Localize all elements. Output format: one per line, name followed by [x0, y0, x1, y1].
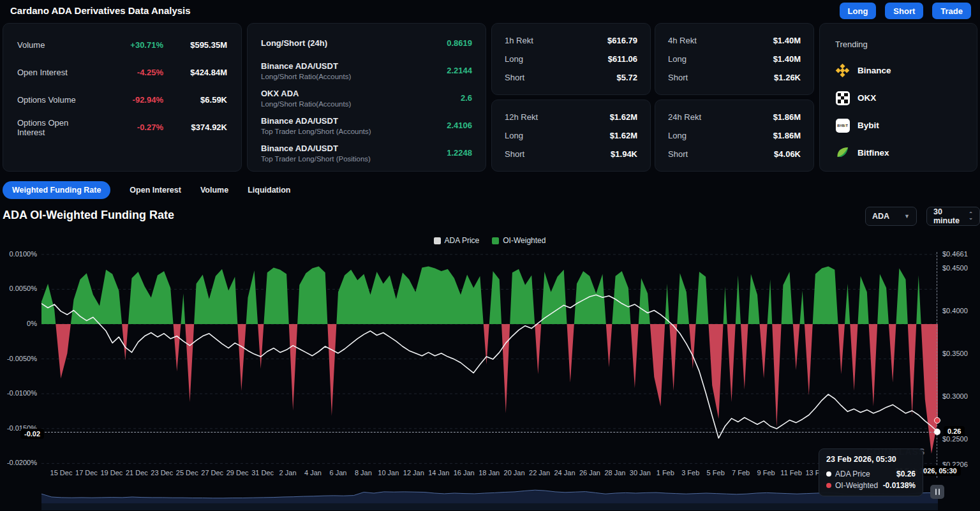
x-axis-tick: 1 Feb: [657, 469, 674, 477]
ratio-label: Long/Short (24h): [261, 38, 447, 48]
x-axis-tick: 9 Feb: [757, 469, 775, 477]
rekt-short-value: $4.06K: [774, 149, 801, 159]
rekt-short-label: Short: [505, 149, 524, 159]
tab-volume[interactable]: Volume: [200, 181, 228, 199]
navigator-scrollbar[interactable]: [41, 503, 938, 510]
rekt-long-row: Long$611.06: [505, 54, 637, 64]
tooltip-series-dot: [826, 471, 831, 477]
tooltip-row: OI-Weighted-0.0138%: [826, 481, 916, 490]
navigator-right-handle[interactable]: [930, 485, 944, 499]
trending-items: BinanceOKXBYBITBybitBitfinex: [835, 57, 961, 167]
rekt-long-value: $1.62M: [610, 131, 637, 140]
right-axis-tick: $0.4500: [942, 264, 968, 272]
legend-item-oi-weighted[interactable]: OI-Weighted: [492, 236, 546, 245]
header-button-trade[interactable]: Trade: [932, 3, 971, 19]
trending-item-okx[interactable]: OKX: [835, 84, 961, 112]
stats-value: $424.84M: [163, 68, 227, 77]
stats-row: Options Volume-92.94%$6.59K: [17, 86, 227, 114]
chart-navigator[interactable]: [41, 480, 938, 503]
exchange-name: Binance: [858, 66, 891, 75]
rekt-total: $1.40M: [773, 36, 801, 45]
stats-label: Options Volume: [17, 95, 97, 105]
rekt-short-row: Short$1.26K: [668, 73, 801, 82]
x-axis-tick: 21 Dec: [126, 469, 148, 477]
tooltip-series-dot: [826, 483, 831, 488]
interval-select[interactable]: 30 minute ⌃⌄: [926, 207, 980, 226]
rekt-long-row: Long$1.86M: [668, 131, 801, 140]
chart-section-title: ADA OI-Weighted Funding Rate: [3, 209, 174, 222]
left-axis-tick: 0%: [1, 320, 37, 327]
tab-liquidation[interactable]: Liquidation: [248, 181, 290, 199]
ratio-names: Binance ADA/USDTTop Trader Long/Short (P…: [261, 144, 447, 163]
trending-item-bitfinex[interactable]: Bitfinex: [835, 139, 961, 167]
legend-label: OI-Weighted: [503, 236, 546, 245]
ratio-names: Binance ADA/USDTLong/Short Ratio(Account…: [261, 61, 447, 80]
header-button-short[interactable]: Short: [885, 3, 923, 19]
rekt-total: $1.86M: [773, 112, 801, 122]
ratio-value: 2.4106: [447, 121, 472, 130]
trending-title: Trending: [835, 31, 961, 57]
app-root: Cardano ADA Derivatives Data Analysis Lo…: [0, 0, 980, 511]
ratio-label: Binance ADA/USDT: [261, 144, 447, 153]
x-axis-tick: 12 Jan: [403, 469, 424, 477]
rekt-long-row: Long$1.40M: [668, 54, 801, 64]
stats-row: Open Interest-4.25%$424.84M: [17, 59, 227, 86]
crosshair-left-axis-badge: -0.02: [20, 429, 44, 439]
x-axis-tick: 29 Dec: [226, 469, 249, 477]
ratio-row: Binance ADA/USDTTop Trader Long/Short (A…: [261, 112, 472, 139]
x-axis-tick: 7 Feb: [732, 469, 750, 477]
handle-grip-bar: [935, 489, 937, 495]
legend-label: ADA Price: [445, 236, 480, 245]
rekt-long-value: $1.86M: [773, 131, 801, 140]
x-axis-tick: 6 Jan: [329, 469, 346, 477]
tooltip-row: ADA Price$0.26: [826, 470, 916, 478]
rekt-title-row: 1h Rekt$616.79: [505, 36, 637, 45]
tooltip-series-value: -0.0138%: [883, 481, 916, 490]
tab-open-interest[interactable]: Open Interest: [130, 181, 181, 199]
x-axis-tick: 22 Jan: [529, 469, 550, 477]
rekt-short-value: $1.26K: [774, 73, 801, 82]
x-axis-tick: 28 Jan: [604, 469, 625, 477]
crosshair-right-axis-badge: 0.26: [944, 426, 965, 436]
rekt-card-4h: 4h Rekt$1.40MLong$1.40MShort$1.26K: [655, 23, 814, 95]
left-axis-tick: -0.0050%: [1, 355, 37, 362]
rekt-title-row: 24h Rekt$1.86M: [668, 112, 801, 122]
tooltip-date: 23 Feb 2026, 05:30: [826, 455, 916, 464]
chart-legend: ADA PriceOI-Weighted: [41, 236, 938, 245]
legend-item-ada-price[interactable]: ADA Price: [434, 236, 480, 245]
coin-select[interactable]: ADA ▼: [865, 207, 917, 226]
rekt-title-row: 12h Rekt$1.62M: [505, 112, 637, 122]
rekt-long-label: Long: [505, 131, 523, 140]
x-axis-tick: 17 Dec: [75, 469, 98, 477]
tooltip-rows: ADA Price$0.26OI-Weighted-0.0138%: [826, 470, 916, 490]
rekt-short-label: Short: [668, 73, 688, 82]
ratio-row: Long/Short (24h)0.8619: [261, 29, 472, 57]
crosshair-vertical-line: [937, 252, 937, 478]
page-title: Cardano ADA Derivatives Data Analysis: [10, 5, 191, 16]
rekt-total: $616.79: [607, 36, 637, 45]
legend-swatch: [434, 237, 441, 244]
stats-change: -4.25%: [97, 68, 163, 77]
legend-swatch: [492, 237, 499, 244]
header-button-long[interactable]: Long: [840, 3, 877, 19]
funding-area-negative: [41, 266, 938, 454]
rekt-long-row: Long$1.62M: [505, 131, 637, 140]
x-axis-tick: 19 Dec: [100, 469, 122, 477]
funding-rate-chart[interactable]: [41, 251, 938, 470]
rekt-long-label: Long: [668, 131, 687, 140]
left-axis-tick: 0.0100%: [1, 250, 37, 258]
stats-row: Options Open Interest-0.27%$374.92K: [17, 114, 227, 141]
stats-value: $595.35M: [163, 40, 227, 50]
x-axis-tick: 8 Jan: [355, 469, 372, 477]
right-axis-tick: $0.4000: [942, 307, 968, 315]
stats-value: $374.92K: [163, 122, 227, 132]
ratio-value: 1.2248: [447, 148, 472, 158]
x-axis-tick: 25 Dec: [176, 469, 198, 477]
trending-item-binance[interactable]: Binance: [835, 57, 961, 84]
trending-item-bybit[interactable]: BYBITBybit: [835, 112, 961, 139]
x-axis-tick: 14 Jan: [428, 469, 449, 477]
rekt-short-row: Short$4.06K: [668, 149, 801, 159]
chart-tabs: Weighted Funding RateOpen InterestVolume…: [3, 181, 291, 199]
last-point-funding-dot: [934, 417, 940, 424]
tab-weighted-funding-rate[interactable]: Weighted Funding Rate: [3, 181, 110, 199]
